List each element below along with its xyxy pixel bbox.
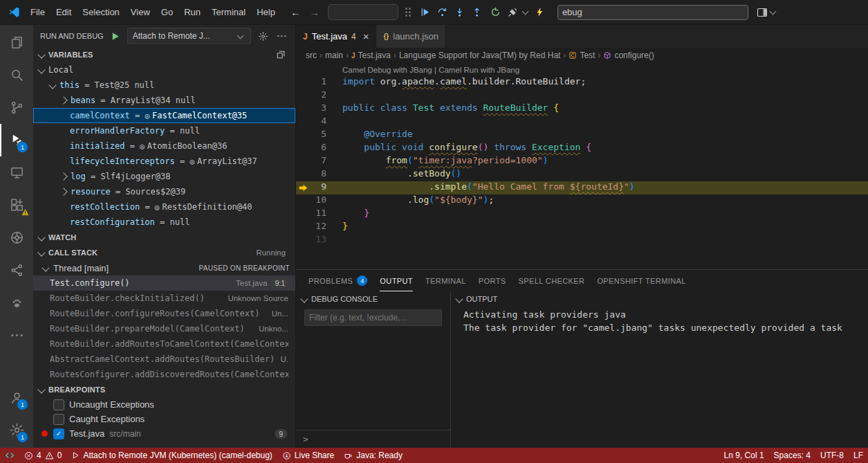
activity-kubernetes[interactable] [0, 221, 33, 254]
variable-row-resource[interactable]: resource = Sources$2@39 [33, 184, 295, 199]
debug-config-dropdown[interactable]: Attach to Remote J... [127, 28, 251, 44]
activity-extensions[interactable] [0, 189, 33, 221]
variable-row-initialized[interactable]: initialized = ◎AtomicBoolean@36 [33, 138, 295, 154]
disconnect-button[interactable] [506, 5, 521, 20]
line-number[interactable]: 7 [296, 155, 326, 168]
code-editor[interactable]: Camel Debug with JBang | Camel Run with … [296, 63, 868, 269]
menu-run[interactable]: Run [178, 4, 206, 20]
panel-tab-spell-checker[interactable]: SPELL CHECKER [519, 270, 585, 291]
output-content[interactable]: Activating task providers javaThe task p… [451, 307, 868, 334]
status-problems[interactable]: 40 [19, 448, 66, 463]
activity-live-share[interactable] [0, 254, 33, 287]
panel-tab-problems[interactable]: PROBLEMS4 [308, 270, 367, 291]
watch-section-header[interactable]: WATCH [33, 230, 295, 245]
variable-row-log[interactable]: log = Slf4jLogger@38 [33, 169, 295, 184]
debug-toolbar-grip[interactable] [405, 8, 411, 17]
tab-test-java[interactable]: JTest.java4× [296, 25, 376, 48]
breakpoint-row[interactable]: ✓Test.javasrc/main9 [33, 426, 295, 441]
breakpoint-checkbox[interactable]: ✓ [53, 428, 64, 439]
back-button[interactable]: ← [290, 6, 301, 18]
variable-row-this[interactable]: this = Test@25 null [33, 78, 295, 93]
codelens-links[interactable]: Camel Debug with JBang | Camel Run with … [296, 64, 868, 76]
variable-row-Local[interactable]: Local [33, 62, 295, 78]
breadcrumb-item-0[interactable]: src [306, 51, 317, 60]
thread-row[interactable]: Thread [main] PAUSED ON BREAKPOINT [33, 260, 295, 275]
code-line-10[interactable]: 10 .log("${body}"); [296, 194, 868, 208]
line-number[interactable]: 2 [296, 89, 326, 102]
variable-row-camelContext[interactable]: camelContext = ◎FastCamelContext@35 [33, 108, 295, 123]
line-number[interactable]: 8 [296, 168, 326, 181]
debug-settings-icon[interactable] [256, 29, 270, 43]
breakpoint-checkbox[interactable] [53, 414, 64, 425]
status-java-status[interactable]: Java: Ready [339, 448, 407, 463]
stack-frame[interactable]: Test.configure()Test.java9:1 [33, 275, 295, 291]
camel-lightning-button[interactable] [533, 5, 548, 20]
menu-edit[interactable]: Edit [50, 4, 77, 20]
disconnect-dropdown-icon[interactable] [521, 8, 528, 15]
line-number[interactable]: 6 [296, 142, 326, 155]
stack-frame[interactable]: AbstractCamelContext.addRoutes(RoutesBui… [33, 352, 295, 367]
lazy-eval-icon[interactable]: ◎ [155, 203, 160, 212]
breadcrumb-item-3[interactable]: Language Support for Java(TM) by Red Hat [399, 51, 560, 60]
variable-row-lifecycleInterceptors[interactable]: lifecycleInterceptors = ◎ArrayList@37 [33, 154, 295, 169]
call-stack-section-header[interactable]: CALL STACK Running [33, 245, 295, 260]
line-number[interactable]: 13 [296, 234, 326, 247]
menu-terminal[interactable]: Terminal [206, 4, 251, 20]
menu-go[interactable]: Go [156, 4, 178, 20]
code-line-5[interactable]: 5 @Override [296, 129, 868, 142]
activity-accounts[interactable]: 1 [0, 381, 33, 414]
status-eol[interactable]: LF [849, 448, 868, 463]
activity-settings[interactable]: 1 [0, 414, 33, 446]
lazy-eval-icon[interactable]: ◎ [145, 111, 149, 120]
activity-more[interactable] [0, 319, 33, 352]
debug-console-filter-input[interactable] [304, 309, 442, 326]
step-over-button[interactable] [435, 5, 450, 20]
line-number[interactable]: 10 [296, 194, 326, 208]
menu-view[interactable]: View [125, 4, 156, 20]
activity-camel[interactable] [0, 287, 33, 319]
code-line-1[interactable]: 1import org.apache.camel.builder.RouteBu… [296, 76, 868, 89]
line-number[interactable]: 12 [296, 221, 326, 234]
code-line-2[interactable]: 2 [296, 89, 868, 102]
debug-console-repl[interactable]: > [296, 430, 450, 448]
line-number[interactable]: 11 [296, 208, 326, 221]
stack-frame[interactable]: RouteBuilder.prepareModel(CamelContext)U… [33, 321, 295, 336]
title-bar-input[interactable] [557, 5, 748, 20]
breadcrumb-item-4[interactable]: Test [569, 51, 595, 60]
activity-remote-explorer[interactable] [0, 156, 33, 189]
code-line-11[interactable]: 11 } [296, 208, 868, 221]
restart-button[interactable] [488, 5, 504, 20]
breadcrumb-item-2[interactable]: JTest.java [351, 51, 391, 60]
tab-launch-json[interactable]: {}launch.json [376, 25, 446, 48]
status-indentation[interactable]: Spaces: 4 [769, 448, 815, 463]
variable-row-restCollection[interactable]: restCollection = ◎RestsDefinition@40 [33, 199, 295, 215]
panel-tab-terminal[interactable]: TERMINAL [425, 270, 466, 291]
stack-frame[interactable]: RouteBuilder.checkInitialized()Unknown S… [33, 291, 295, 306]
continue-button[interactable] [418, 5, 433, 20]
line-number[interactable]: 5 [296, 129, 326, 142]
status-cursor-position[interactable]: Ln 9, Col 1 [719, 448, 769, 463]
collapse-all-icon[interactable] [276, 50, 286, 60]
stack-frame[interactable]: RouteBuilder.addRoutesToCamelContext(Cam… [33, 336, 295, 352]
step-into-button[interactable] [452, 5, 468, 20]
panel-tab-output[interactable]: OUTPUT [380, 270, 413, 291]
variable-row-errorHandlerFactory[interactable]: errorHandlerFactory = null [33, 123, 295, 138]
variable-row-restConfiguration[interactable]: restConfiguration = null [33, 215, 295, 230]
layout-toggle-button[interactable] [757, 7, 778, 18]
close-tab-icon[interactable]: × [363, 31, 369, 42]
line-number[interactable]: 4 [296, 116, 326, 129]
forward-button[interactable]: → [309, 6, 320, 18]
variables-section-header[interactable]: VARIABLES [33, 47, 295, 62]
code-line-7[interactable]: 7 from("timer:java?period=1000") [296, 155, 868, 168]
panel-tab-ports[interactable]: PORTS [479, 270, 506, 291]
code-line-4[interactable]: 4 [296, 116, 868, 129]
variable-row-beans[interactable]: beans = ArrayList@34 null [33, 93, 295, 108]
line-number[interactable]: 3 [296, 102, 326, 116]
code-line-6[interactable]: 6 public void configure() throws Excepti… [296, 142, 868, 155]
lazy-eval-icon[interactable]: ◎ [190, 157, 194, 166]
activity-search[interactable] [0, 59, 33, 91]
stack-frame[interactable]: RoutesConfigurer.addDiscoveredRoutes(Cam… [33, 367, 295, 382]
command-center-search[interactable] [328, 4, 398, 20]
breakpoints-section-header[interactable]: BREAKPOINTS [33, 382, 295, 397]
breadcrumb-item-1[interactable]: main [325, 51, 343, 60]
